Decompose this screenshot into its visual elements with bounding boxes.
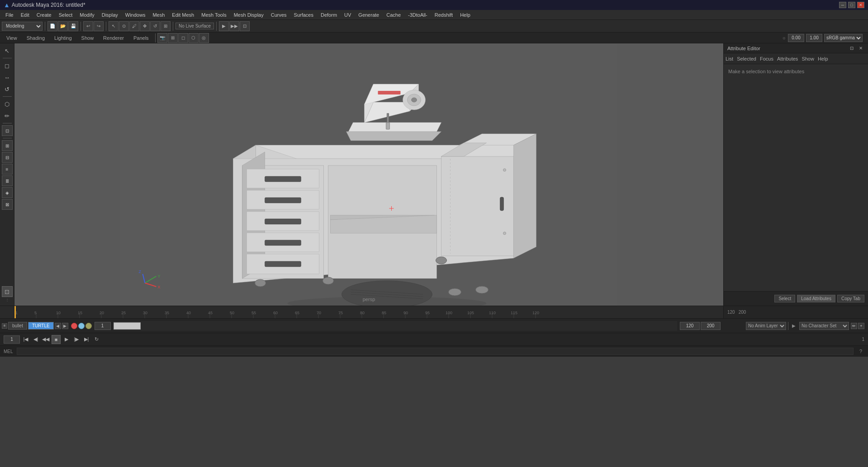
save-file-button[interactable]: 💾 [68,21,78,31]
view-tab[interactable]: View [2,34,22,42]
menu-help[interactable]: Help [456,11,474,19]
close-button[interactable]: ✕ [857,2,864,8]
anim-end-input-1[interactable] [680,322,700,330]
lasso-lt[interactable]: ◻ [2,60,13,71]
menu-windows[interactable]: Windows [122,11,149,19]
section-3-lt[interactable]: ≡ [2,164,13,175]
attr-close-button[interactable]: ✕ [857,45,864,52]
section-4-lt[interactable]: ≣ [2,175,13,186]
char-set-add-icon[interactable]: + [858,323,864,329]
gamma-input[interactable] [806,34,822,42]
render-button[interactable]: ▶ [219,21,229,31]
rotate-tool-button[interactable]: ↺ [150,21,160,31]
exposure-input[interactable] [788,34,804,42]
attr-float-button[interactable]: ⊡ [848,45,855,52]
section-2-lt[interactable]: ⊟ [2,152,13,163]
play-back-button[interactable]: ◀◀ [42,335,50,344]
xray-button[interactable]: ◎ [199,33,209,43]
menu-create[interactable]: Create [33,11,55,19]
select-tool-lt[interactable]: ↖ [2,45,13,56]
menu-display[interactable]: Display [98,11,122,19]
soft-select-lt[interactable]: ↺ [2,84,13,94]
main-viewport[interactable]: Y X Z persp [14,43,723,306]
stop-button[interactable]: ■ [52,335,61,344]
panels-tab[interactable]: Panels [129,34,153,42]
menu-curves[interactable]: Curves [267,11,290,19]
camera-button[interactable]: 📷 [157,33,167,43]
attr-tab-list[interactable]: List [726,56,733,61]
layer-tab-turtle[interactable]: TURTLE [28,322,54,330]
paint-lt[interactable]: ✏ [2,110,13,121]
menu-meshdisplay[interactable]: Mesh Display [230,11,267,19]
menu-redshift[interactable]: Redshift [431,11,456,19]
timeline-ruler[interactable]: 1 5 10 15 20 25 30 35 40 45 50 [14,306,723,318]
menu-edit[interactable]: Edit [17,11,33,19]
paint-select-lt[interactable]: ↔ [2,72,13,83]
layer-nav-prev[interactable]: ◀ [55,323,61,329]
loop-button[interactable]: ↻ [92,335,100,344]
keyframe-area[interactable] [114,321,677,331]
wireframe-button[interactable]: ◻ [178,33,188,43]
special-tool-lt[interactable]: ⊡ [2,286,13,297]
select-button[interactable]: Select [774,295,795,302]
menu-editmesh[interactable]: Edit Mesh [168,11,198,19]
layer-nav-next[interactable]: ▶ [62,323,68,329]
menu-meshtools[interactable]: Mesh Tools [198,11,230,19]
layer-tab-bullet[interactable]: bullet [8,322,27,330]
play-forward-button[interactable]: ▶ [62,335,71,344]
render-region-button[interactable]: ⊡ [240,21,250,31]
anim-end-input-2[interactable] [701,322,721,330]
attr-tab-focus[interactable]: Focus [760,56,773,61]
open-file-button[interactable]: 📂 [58,21,68,31]
lasso-tool-button[interactable]: ⊙ [119,21,129,31]
go-end-button[interactable]: ▶| [82,335,90,344]
maximize-button[interactable]: □ [848,2,855,8]
scale-tool-button[interactable]: ⊞ [161,21,171,31]
section-1-lt[interactable]: ⊞ [2,140,13,151]
go-start-button[interactable]: |◀ [22,335,30,344]
minimize-button[interactable]: ─ [839,2,846,8]
menu-file[interactable]: File [2,11,17,19]
new-file-button[interactable]: 📄 [47,21,57,31]
move-tool-button[interactable]: ✥ [140,21,150,31]
no-character-set-dropdown[interactable]: No Character Set [799,322,849,330]
display-section-lt[interactable]: ⊡ [2,125,13,136]
redo-button[interactable]: ↪ [94,21,104,31]
menu-deform[interactable]: Deform [317,11,341,19]
attr-tab-help[interactable]: Help [818,56,828,61]
no-live-surface-badge[interactable]: No Live Surface [175,23,214,29]
menu-3dtoall[interactable]: -3DtoAll- [404,11,431,19]
step-forward-button[interactable]: |▶ [72,335,81,344]
attr-tab-show[interactable]: Show [802,56,814,61]
menu-select[interactable]: Select [55,11,76,19]
sculpt-lt[interactable]: ⬡ [2,99,13,109]
menu-generate[interactable]: Generate [355,11,383,19]
menu-surfaces[interactable]: Surfaces [290,11,317,19]
smooth-button[interactable]: ⬡ [189,33,199,43]
attr-tab-selected[interactable]: Selected [737,56,756,61]
layer-menu-icon[interactable]: ≡ [2,323,7,329]
render-seq-button[interactable]: ▶▶ [229,21,239,31]
char-set-edit-icon[interactable]: ✏ [851,323,857,329]
paint-tool-button[interactable]: 🖊 [129,21,139,31]
anim-start-input[interactable] [95,322,111,330]
section-5-lt[interactable]: ◈ [2,187,13,198]
no-anim-layer-dropdown[interactable]: No Anim Layer [746,322,786,330]
workspace-dropdown[interactable]: Modeling [2,22,43,31]
copy-tab-button[interactable]: Copy Tab [837,295,864,302]
section-6-lt[interactable]: ⊠ [2,199,13,210]
menu-cache[interactable]: Cache [383,11,404,19]
current-frame-input[interactable] [4,335,20,344]
command-input[interactable] [17,348,854,355]
help-icon[interactable]: ? [857,348,864,355]
step-back-button[interactable]: ◀| [32,335,40,344]
select-tool-button[interactable]: ↖ [109,21,119,31]
grid-button[interactable]: ⊞ [168,33,178,43]
shading-tab[interactable]: Shading [22,34,49,42]
undo-button[interactable]: ↩ [83,21,93,31]
color-mode-dropdown[interactable]: sRGB gamma [824,34,863,42]
menu-mesh[interactable]: Mesh [149,11,168,19]
load-attributes-button[interactable]: Load Attributes [797,295,835,302]
attr-tab-attributes[interactable]: Attributes [777,56,798,61]
menu-modify[interactable]: Modify [76,11,98,19]
